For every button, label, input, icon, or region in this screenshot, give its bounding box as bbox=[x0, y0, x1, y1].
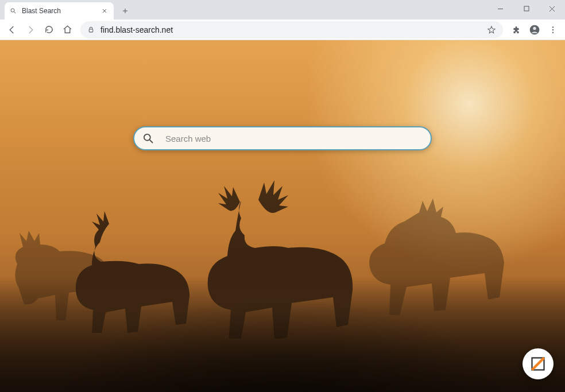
svg-point-14 bbox=[552, 29, 554, 30]
svg-point-12 bbox=[533, 26, 536, 29]
svg-point-16 bbox=[144, 134, 150, 141]
search-container bbox=[133, 126, 432, 150]
window-titlebar: Blast Search bbox=[0, 0, 565, 20]
edit-icon bbox=[530, 356, 546, 372]
profile-button[interactable] bbox=[526, 21, 543, 38]
svg-point-13 bbox=[552, 26, 554, 28]
search-box[interactable] bbox=[133, 126, 432, 150]
svg-point-0 bbox=[11, 9, 14, 12]
url-text: find.blast-search.net bbox=[100, 25, 481, 34]
browser-tab[interactable]: Blast Search bbox=[5, 2, 114, 20]
address-bar[interactable]: find.blast-search.net bbox=[80, 21, 503, 38]
new-tab-button[interactable] bbox=[117, 3, 133, 19]
menu-button[interactable] bbox=[544, 21, 562, 38]
bookmark-star-icon[interactable] bbox=[487, 25, 496, 34]
svg-rect-10 bbox=[89, 29, 93, 32]
back-button[interactable] bbox=[3, 21, 21, 38]
edit-background-button[interactable] bbox=[523, 348, 554, 379]
close-window-button[interactable] bbox=[539, 0, 565, 17]
search-input[interactable] bbox=[165, 134, 424, 143]
forward-button[interactable] bbox=[22, 21, 39, 38]
browser-toolbar: find.blast-search.net bbox=[0, 20, 565, 40]
search-icon bbox=[142, 133, 154, 144]
maximize-button[interactable] bbox=[513, 0, 539, 17]
page-content bbox=[0, 40, 565, 392]
background-image bbox=[0, 40, 565, 392]
search-icon bbox=[9, 7, 17, 15]
svg-line-1 bbox=[14, 12, 16, 14]
svg-point-15 bbox=[552, 32, 554, 33]
close-tab-button[interactable] bbox=[100, 6, 109, 15]
extensions-button[interactable] bbox=[508, 21, 525, 38]
window-controls bbox=[487, 0, 565, 17]
lock-icon bbox=[87, 26, 95, 33]
minimize-button[interactable] bbox=[487, 0, 513, 17]
svg-line-17 bbox=[150, 140, 153, 143]
tab-title: Blast Search bbox=[22, 7, 100, 15]
home-button[interactable] bbox=[59, 21, 76, 38]
svg-rect-7 bbox=[524, 6, 529, 11]
reload-button[interactable] bbox=[40, 21, 57, 38]
